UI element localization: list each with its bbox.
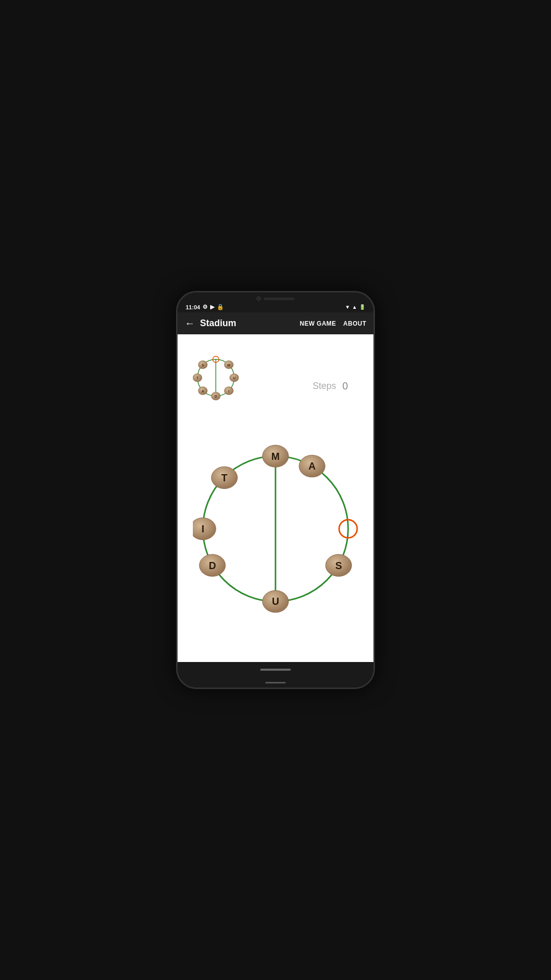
status-left: 11:04 ⚙ ▶ 🔒 [186, 304, 224, 310]
back-button[interactable]: ← [185, 317, 195, 329]
camera-dot [257, 297, 261, 301]
bottom-nav [178, 677, 373, 688]
gear-icon: ⚙ [203, 304, 208, 310]
svg-text:T: T [196, 376, 199, 380]
speaker-grille [264, 298, 294, 300]
main-circle-svg: M A [193, 445, 358, 613]
svg-text:U: U [233, 376, 235, 380]
mini-diagram: S M T U [193, 355, 239, 401]
app-title: Stadium [200, 318, 294, 329]
svg-text:A: A [202, 389, 204, 393]
status-bar: 11:04 ⚙ ▶ 🔒 ▼ ▲ 🔋 [178, 303, 373, 312]
wifi-icon: ▼ [345, 304, 350, 310]
notch-area [178, 292, 373, 303]
lock-icon: 🔒 [217, 304, 224, 310]
tile-M[interactable]: M [262, 445, 288, 467]
nav-bar-pill [265, 682, 286, 683]
mini-circle-svg: S M T U [193, 355, 239, 401]
svg-text:S: S [335, 560, 342, 571]
time-display: 11:04 [186, 304, 200, 310]
svg-text:U: U [272, 596, 279, 607]
tile-T[interactable]: T [211, 467, 237, 488]
tile-U[interactable]: U [262, 591, 288, 612]
phone-frame: 11:04 ⚙ ▶ 🔒 ▼ ▲ 🔋 ← Stadium NEW GAME ABO… [176, 291, 375, 689]
steps-label-text: Steps [313, 381, 336, 391]
about-button[interactable]: ABOUT [343, 320, 366, 327]
svg-text:D: D [209, 560, 216, 571]
status-right: ▼ ▲ 🔋 [345, 304, 365, 310]
svg-text:T: T [221, 472, 228, 483]
svg-text:I: I [202, 523, 204, 534]
svg-text:M: M [271, 451, 280, 462]
app-bar: ← Stadium NEW GAME ABOUT [178, 312, 373, 334]
tile-S[interactable]: S [325, 554, 352, 576]
tile-I[interactable]: I [193, 518, 216, 540]
tile-A[interactable]: A [299, 455, 325, 477]
app-bar-actions: NEW GAME ABOUT [299, 320, 366, 327]
svg-point-30 [193, 518, 216, 540]
bottom-bar [178, 662, 373, 677]
tile-D[interactable]: D [199, 554, 226, 576]
play-icon: ▶ [210, 304, 214, 310]
screen-content: Steps 0 S M [178, 334, 373, 662]
steps-count: 0 [342, 380, 348, 392]
new-game-button[interactable]: NEW GAME [299, 320, 336, 327]
main-diagram: M A [193, 411, 358, 647]
svg-text:A: A [309, 460, 316, 472]
steps-display: Steps 0 [313, 380, 348, 392]
svg-text:M: M [228, 363, 231, 367]
svg-text:S: S [202, 363, 204, 367]
svg-text:D: D [214, 395, 217, 398]
home-indicator[interactable] [260, 669, 291, 671]
battery-icon: 🔋 [359, 304, 365, 310]
svg-text:I: I [229, 389, 230, 393]
signal-icon: ▲ [352, 304, 357, 310]
